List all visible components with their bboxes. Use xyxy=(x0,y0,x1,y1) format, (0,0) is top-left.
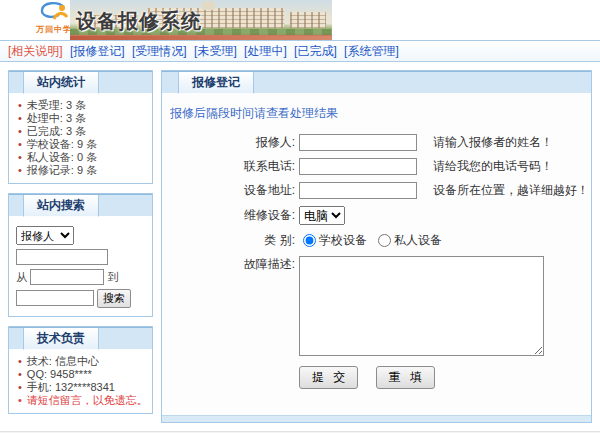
tech-box: 技术负责 技术: 信息中心 QQ: 9458**** 手机: 132****83… xyxy=(8,326,153,414)
page: 万回中学 设备报修系统 [相关说明] [报修登记] [受理情况] [未受理] [… xyxy=(0,0,600,433)
nav-item-repair-register[interactable]: [报修登记] xyxy=(70,44,125,58)
category-radio-group: 学校设备 私人设备 xyxy=(303,232,450,249)
building-graphic xyxy=(290,12,326,28)
stat-item: 处理中: 3 条 xyxy=(15,112,148,125)
search-to-input[interactable] xyxy=(16,290,94,306)
category-label: 类 别: xyxy=(162,232,295,249)
reset-button[interactable]: 重 填 xyxy=(376,366,435,389)
sidebar: 站内统计 未受理: 3 条 处理中: 3 条 已完成: 3 条 学校设备: 9 … xyxy=(8,70,153,423)
description-label: 故障描述: xyxy=(162,256,295,273)
submit-button[interactable]: 提 交 xyxy=(299,366,358,389)
tech-item: 手机: 132****8341 xyxy=(15,381,148,394)
category-option-private: 私人设备 xyxy=(394,232,442,249)
reporter-label: 报修人: xyxy=(162,134,295,151)
phone-input[interactable] xyxy=(299,158,417,175)
search-to-label: 到 xyxy=(107,271,118,283)
form-row-description: 故障描述: xyxy=(162,256,591,356)
stat-item: 已完成: 3 条 xyxy=(15,125,148,138)
device-select[interactable]: 电脑 xyxy=(299,206,345,225)
content: 站内统计 未受理: 3 条 处理中: 3 条 已完成: 3 条 学校设备: 9 … xyxy=(0,62,600,431)
search-box: 站内搜索 报修人 从 到 xyxy=(8,193,153,317)
tab-repair-register[interactable]: 报修登记 xyxy=(178,72,254,94)
search-body: 报修人 从 到 搜索 xyxy=(9,216,152,316)
form-row-reporter: 报修人: 请输入报修者的姓名！ xyxy=(162,134,591,151)
repair-tip: 报修后隔段时间请查看处理结果 xyxy=(170,105,591,122)
nav-item-unaccepted[interactable]: [未受理] xyxy=(194,44,237,58)
tech-list: 技术: 信息中心 QQ: 9458**** 手机: 132****8341 请短… xyxy=(9,349,152,413)
tech-header: 技术负责 xyxy=(9,327,152,349)
nav-bar: [相关说明] [报修登记] [受理情况] [未受理] [处理中] [已完成] [… xyxy=(0,40,600,62)
address-hint: 设备所在位置，越详细越好！ xyxy=(433,182,589,199)
phone-hint: 请给我您的电话号码！ xyxy=(433,158,553,175)
device-label: 维修设备: xyxy=(162,207,295,224)
track-graphic xyxy=(70,36,332,40)
tech-item: QQ: 9458**** xyxy=(15,368,148,381)
panel-bottom-strip xyxy=(162,415,591,422)
form-row-address: 设备地址: 设备所在位置，越详细越好！ xyxy=(162,182,591,199)
building-tower-graphic xyxy=(202,1,215,10)
form-row-device: 维修设备: 电脑 xyxy=(162,206,591,225)
stat-item: 未受理: 3 条 xyxy=(15,99,148,112)
search-from-input[interactable] xyxy=(30,269,104,285)
form-row-category: 类 别: 学校设备 私人设备 xyxy=(162,232,591,249)
form-row-phone: 联系电话: 请给我您的电话号码！ xyxy=(162,158,591,175)
repair-form: 报修人: 请输入报修者的姓名！ 联系电话: 请给我您的电话号码！ 设备地址: 设… xyxy=(162,134,591,389)
nav-item-system-admin[interactable]: [系统管理] xyxy=(344,44,399,58)
stat-item: 报修记录: 9 条 xyxy=(15,164,148,177)
description-textarea[interactable] xyxy=(299,256,544,356)
search-title: 站内搜索 xyxy=(23,195,99,217)
tech-item: 技术: 信息中心 xyxy=(15,355,148,368)
stats-title: 站内统计 xyxy=(23,72,99,94)
site-title: 设备报修系统 xyxy=(76,8,202,35)
stat-item: 学校设备: 9 条 xyxy=(15,138,148,151)
reporter-input[interactable] xyxy=(299,134,417,151)
address-label: 设备地址: xyxy=(162,182,295,199)
stats-header: 站内统计 xyxy=(9,71,152,93)
stats-box: 站内统计 未受理: 3 条 处理中: 3 条 已完成: 3 条 学校设备: 9 … xyxy=(8,70,153,184)
main-panel: 报修登记 报修后隔段时间请查看处理结果 报修人: 请输入报修者的姓名！ 联系电话… xyxy=(161,70,592,423)
address-input[interactable] xyxy=(299,182,417,199)
search-header: 站内搜索 xyxy=(9,194,152,216)
search-from-label: 从 xyxy=(16,271,27,283)
phone-label: 联系电话: xyxy=(162,158,295,175)
header: 万回中学 设备报修系统 xyxy=(0,0,600,40)
stats-list: 未受理: 3 条 处理中: 3 条 已完成: 3 条 学校设备: 9 条 私人设… xyxy=(9,93,152,183)
category-radio-private[interactable] xyxy=(378,234,391,247)
main-tabstrip: 报修登记 xyxy=(162,71,591,93)
category-radio-school[interactable] xyxy=(303,234,316,247)
search-button[interactable]: 搜索 xyxy=(97,289,131,308)
category-option-school: 学校设备 xyxy=(319,232,367,249)
tech-title: 技术负责 xyxy=(23,328,99,350)
form-buttons: 提 交 重 填 xyxy=(299,366,591,389)
search-field-select[interactable]: 报修人 xyxy=(16,226,74,245)
nav-item-in-progress[interactable]: [处理中] xyxy=(244,44,287,58)
search-keyword-input[interactable] xyxy=(16,249,108,265)
nav-item-completed[interactable]: [已完成] xyxy=(294,44,337,58)
reporter-hint: 请输入报修者的姓名！ xyxy=(433,134,553,151)
nav-item-acceptance-status[interactable]: [受理情况] xyxy=(132,44,187,58)
nav-item-instructions[interactable]: [相关说明] xyxy=(8,44,63,58)
tech-warning: 请短信留言，以免遗忘。 xyxy=(15,394,148,407)
stat-item: 私人设备: 0 条 xyxy=(15,151,148,164)
